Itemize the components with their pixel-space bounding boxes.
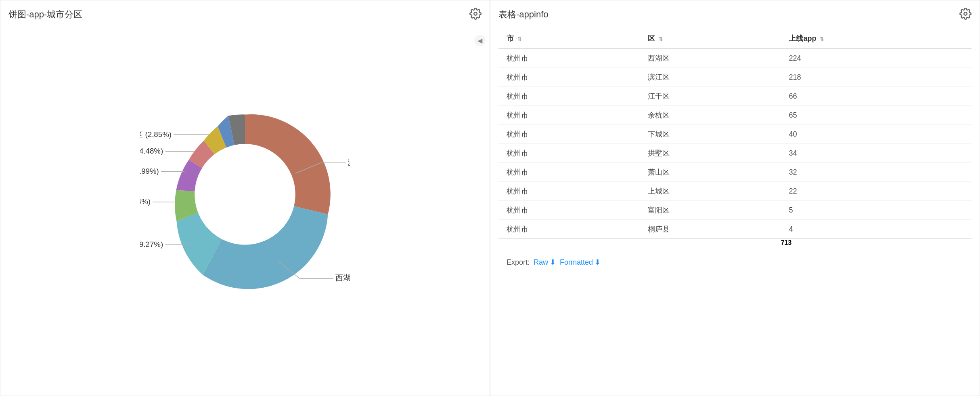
table-row: 杭州市 上城区 22 — [498, 182, 972, 201]
raw-export-button[interactable]: Raw ⬇ — [534, 258, 556, 267]
svg-text:上城区 (2.85%): 上城区 (2.85%) — [140, 130, 172, 139]
right-panel-title: 表格-appinfo — [498, 8, 972, 21]
svg-text:余杭区 (9.27%): 余杭区 (9.27%) — [140, 240, 163, 249]
export-label: Export: — [507, 258, 530, 267]
svg-text:滨江区 (33.5%): 滨江区 (33.5%) — [348, 158, 350, 166]
count-cell: 32 — [781, 163, 972, 182]
svg-text:西湖区 (31.57%): 西湖区 (31.57%) — [335, 274, 350, 282]
col-header-city[interactable]: 市 ⇅ — [498, 29, 640, 48]
raw-export-label: Raw — [534, 258, 548, 267]
svg-point-1 — [195, 144, 295, 245]
col-city-label: 市 — [507, 34, 514, 42]
donut-chart: 滨江区 (33.5%) 西湖区 (31.57%) 余杭区 (9.27%) 江干区… — [8, 29, 482, 360]
col-header-app[interactable]: 上线app ⇅ — [781, 29, 972, 48]
table-total-row: 713 — [498, 239, 972, 246]
total-district-cell — [640, 239, 781, 246]
table-row: 杭州市 余杭区 65 — [498, 106, 972, 125]
table-row: 杭州市 下城区 40 — [498, 125, 972, 144]
left-panel: 饼图-app-城市分区 ◀ — [0, 0, 490, 396]
table-row: 杭州市 萧山区 32 — [498, 163, 972, 182]
svg-text:下城区 (4.99%): 下城区 (4.99%) — [140, 167, 159, 175]
table-row: 杭州市 富阳区 5 — [498, 201, 972, 220]
svg-text:萧山区 (4.48%): 萧山区 (4.48%) — [140, 147, 163, 155]
table-row: 杭州市 西湖区 224 — [498, 48, 972, 68]
city-cell: 杭州市 — [498, 182, 640, 201]
svg-point-0 — [474, 12, 477, 15]
count-cell: 34 — [781, 144, 972, 163]
city-cell: 杭州市 — [498, 48, 640, 68]
city-cell: 杭州市 — [498, 68, 640, 87]
left-panel-title: 饼图-app-城市分区 — [8, 8, 482, 21]
table-row: 杭州市 拱墅区 34 — [498, 144, 972, 163]
count-cell: 4 — [781, 220, 972, 239]
total-city-cell — [498, 239, 640, 246]
city-cell: 杭州市 — [498, 87, 640, 106]
count-cell: 5 — [781, 201, 972, 220]
total-count-cell: 713 — [781, 239, 972, 246]
count-cell: 224 — [781, 48, 972, 68]
count-cell: 22 — [781, 182, 972, 201]
col-district-label: 区 — [648, 34, 655, 42]
district-cell: 西湖区 — [640, 48, 781, 68]
district-cell: 拱墅区 — [640, 144, 781, 163]
col-header-district[interactable]: 区 ⇅ — [640, 29, 781, 48]
count-cell: 65 — [781, 106, 972, 125]
table-row: 杭州市 桐庐县 4 — [498, 220, 972, 239]
table-row: 杭州市 滨江区 218 — [498, 68, 972, 87]
district-cell: 滨江区 — [640, 68, 781, 87]
sort-icon-city: ⇅ — [517, 36, 521, 42]
city-cell: 杭州市 — [498, 125, 640, 144]
district-cell: 萧山区 — [640, 163, 781, 182]
count-cell: 40 — [781, 125, 972, 144]
right-panel: 表格-appinfo 市 ⇅ 区 ⇅ 上线app — [490, 0, 980, 396]
export-section: Export: Raw ⬇ Formatted ⬇ — [498, 251, 972, 274]
table-row: 杭州市 江干区 66 — [498, 87, 972, 106]
city-cell: 杭州市 — [498, 144, 640, 163]
district-cell: 富阳区 — [640, 201, 781, 220]
city-cell: 杭州市 — [498, 201, 640, 220]
city-cell: 杭州市 — [498, 106, 640, 125]
col-app-label: 上线app — [789, 34, 816, 42]
right-gear-icon[interactable] — [959, 8, 972, 20]
district-cell: 上城区 — [640, 182, 781, 201]
formatted-export-button[interactable]: Formatted ⬇ — [560, 258, 601, 267]
sort-icon-district: ⇅ — [659, 36, 663, 42]
raw-download-icon: ⬇ — [550, 258, 556, 267]
district-cell: 桐庐县 — [640, 220, 781, 239]
city-cell: 杭州市 — [498, 220, 640, 239]
formatted-download-icon: ⬇ — [595, 258, 601, 267]
sort-icon-app: ⇅ — [820, 36, 824, 42]
district-cell: 下城区 — [640, 125, 781, 144]
count-cell: 66 — [781, 87, 972, 106]
data-table: 市 ⇅ 区 ⇅ 上线app ⇅ 杭州市 西湖区 224 — [498, 29, 972, 246]
svg-point-18 — [964, 12, 967, 15]
count-cell: 218 — [781, 68, 972, 87]
city-cell: 杭州市 — [498, 163, 640, 182]
left-gear-icon[interactable] — [469, 8, 482, 20]
svg-text:江干区 (8.04%): 江干区 (8.04%) — [140, 197, 151, 206]
district-cell: 余杭区 — [640, 106, 781, 125]
table-header-row: 市 ⇅ 区 ⇅ 上线app ⇅ — [498, 29, 972, 48]
formatted-export-label: Formatted — [560, 258, 593, 267]
district-cell: 江干区 — [640, 87, 781, 106]
